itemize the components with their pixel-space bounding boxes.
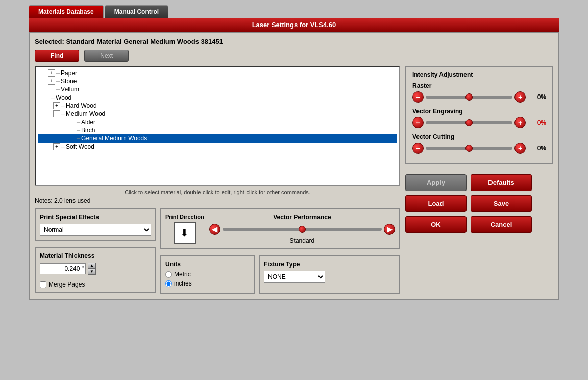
load-button[interactable]: Load: [405, 195, 467, 212]
tab-manual-control[interactable]: Manual Control: [105, 5, 168, 18]
raster-controls: − + 0%: [412, 91, 546, 103]
tree-label-soft-wood: Soft Wood: [66, 143, 94, 150]
vc-value: 0%: [528, 145, 546, 152]
tree-label-vellum: Vellum: [61, 86, 79, 93]
tree-label-medium-wood: Medium Wood: [66, 110, 105, 117]
tree-item-general-medium-woods[interactable]: ─General Medium Woods: [38, 134, 397, 142]
tree-line: ─: [77, 136, 80, 141]
main-panel: Selected: Standard Material General Medi…: [29, 32, 559, 300]
tree-toggle-medium-wood[interactable]: -: [53, 110, 60, 117]
bottom-left: Print Special Effects Normal 3D Raster S…: [35, 208, 400, 294]
vp-thumb: [299, 226, 306, 233]
raster-track[interactable]: [426, 96, 512, 99]
raster-minus-btn[interactable]: −: [412, 91, 424, 103]
tree-item-paper[interactable]: +─Paper: [38, 69, 397, 77]
tree-label-wood: Wood: [56, 94, 71, 101]
inches-label: inches: [174, 280, 192, 287]
mt-spin-up[interactable]: ▲: [88, 263, 96, 269]
vc-plus-btn[interactable]: +: [514, 142, 526, 154]
right-col: Intensity Adjustment Raster − + 0%: [405, 66, 553, 294]
intensity-title: Intensity Adjustment: [412, 71, 546, 78]
tab-materials-db[interactable]: Materials Database: [29, 5, 104, 18]
tree-toggle-paper[interactable]: +: [48, 69, 55, 77]
tab-bar: Materials Database Manual Control: [29, 5, 559, 18]
left-col: +─Paper+─Stone─Vellum-─Wood+─Hard Wood-─…: [35, 66, 400, 294]
fixture-box: Fixture Type NONE Rotary Flat: [259, 255, 400, 294]
pd-label: Print Direction: [165, 213, 204, 220]
tree-toggle-soft-wood[interactable]: +: [53, 143, 60, 150]
btn-row-2: Load Save: [405, 195, 553, 212]
tree-item-alder[interactable]: ─Alder: [38, 118, 397, 126]
vector-cutting-row: Vector Cutting − + 0%: [412, 133, 546, 154]
ve-value: 0%: [528, 119, 546, 126]
tree-item-soft-wood[interactable]: +─Soft Wood: [38, 142, 397, 151]
vector-engraving-controls: − + 0%: [412, 117, 546, 128]
ok-button[interactable]: OK: [405, 216, 467, 233]
pse-select[interactable]: Normal 3D Raster Stamp Emboss: [40, 224, 151, 236]
material-tree[interactable]: +─Paper+─Stone─Vellum-─Wood+─Hard Wood-─…: [35, 66, 400, 186]
tree-item-birch[interactable]: ─Birch: [38, 126, 397, 134]
tree-label-birch: Birch: [81, 127, 95, 134]
metric-radio[interactable]: [165, 271, 172, 278]
inches-radio[interactable]: [165, 280, 172, 287]
selected-material-text: Selected: Standard Material General Medi…: [35, 38, 553, 45]
raster-value: 0%: [528, 93, 546, 101]
inches-row: inches: [165, 280, 250, 287]
merge-pages-checkbox[interactable]: [40, 281, 46, 288]
raster-plus-btn[interactable]: +: [514, 91, 526, 103]
metric-label: Metric: [174, 271, 191, 278]
tree-toggle-stone[interactable]: +: [48, 78, 55, 85]
tree-item-vellum[interactable]: ─Vellum: [38, 85, 397, 93]
vp-track[interactable]: [223, 228, 382, 231]
ve-plus-btn[interactable]: +: [514, 117, 526, 128]
tree-line: ─: [61, 144, 65, 150]
merge-pages-label: Merge Pages: [48, 281, 85, 288]
ve-minus-btn[interactable]: −: [412, 117, 424, 128]
btn-row-1: Apply Defaults: [405, 174, 553, 191]
next-button[interactable]: Next: [84, 50, 129, 62]
print-special-effects-box: Print Special Effects Normal 3D Raster S…: [35, 208, 156, 241]
tree-item-hard-wood[interactable]: +─Hard Wood: [38, 102, 397, 110]
merge-row: Merge Pages: [40, 281, 151, 288]
vp-title: Vector Performance: [209, 213, 395, 221]
vp-plus-btn[interactable]: ▶: [384, 224, 395, 235]
tree-hint: Click to select material, double-click t…: [35, 189, 400, 195]
window-title: Laser Settings for VLS4.60: [29, 18, 559, 32]
vp-slider-row: ◀ ▶: [209, 224, 395, 235]
fixture-select[interactable]: NONE Rotary Flat: [264, 271, 325, 283]
vector-cutting-controls: − + 0%: [412, 142, 546, 154]
tree-label-paper: Paper: [61, 69, 77, 77]
find-button[interactable]: Find: [35, 50, 79, 62]
tree-line: ─: [77, 128, 80, 133]
vp-minus-btn[interactable]: ◀: [209, 224, 220, 235]
save-button[interactable]: Save: [471, 195, 532, 212]
pd-section: Print Direction ⬇: [165, 213, 204, 244]
tree-line: ─: [56, 87, 60, 92]
tree-line: ─: [56, 79, 60, 84]
defaults-button[interactable]: Defaults: [471, 174, 532, 191]
pd-icon[interactable]: ⬇: [174, 222, 196, 244]
vc-minus-btn[interactable]: −: [412, 142, 424, 154]
mt-title: Material Thickness: [40, 252, 151, 259]
tree-item-medium-wood[interactable]: -─Medium Wood: [38, 110, 397, 118]
find-next-row: Find Next: [35, 50, 553, 62]
tree-toggle-wood[interactable]: -: [43, 94, 50, 101]
pd-vp-box: Print Direction ⬇ Vector Performance ◀: [160, 208, 400, 249]
mt-input-row: ▲ ▼: [40, 263, 151, 275]
vc-track[interactable]: [426, 147, 512, 150]
tree-item-wood[interactable]: -─Wood: [38, 93, 397, 102]
cancel-button[interactable]: Cancel: [471, 216, 532, 233]
ve-track[interactable]: [426, 121, 512, 124]
material-thickness-box: Material Thickness ▲ ▼ Merge Pages: [35, 247, 156, 293]
raster-thumb: [465, 93, 473, 101]
tree-toggle-hard-wood[interactable]: +: [53, 102, 60, 109]
tree-line: ─: [77, 120, 80, 125]
tree-line: ─: [61, 111, 65, 117]
tree-item-stone[interactable]: +─Stone: [38, 77, 397, 85]
mt-spin-down[interactable]: ▼: [88, 269, 96, 275]
mt-input[interactable]: [40, 263, 86, 274]
units-title: Units: [165, 260, 250, 268]
full-layout: +─Paper+─Stone─Vellum-─Wood+─Hard Wood-─…: [35, 66, 553, 294]
apply-button[interactable]: Apply: [405, 174, 467, 191]
vector-engraving-row: Vector Engraving − + 0%: [412, 108, 546, 128]
